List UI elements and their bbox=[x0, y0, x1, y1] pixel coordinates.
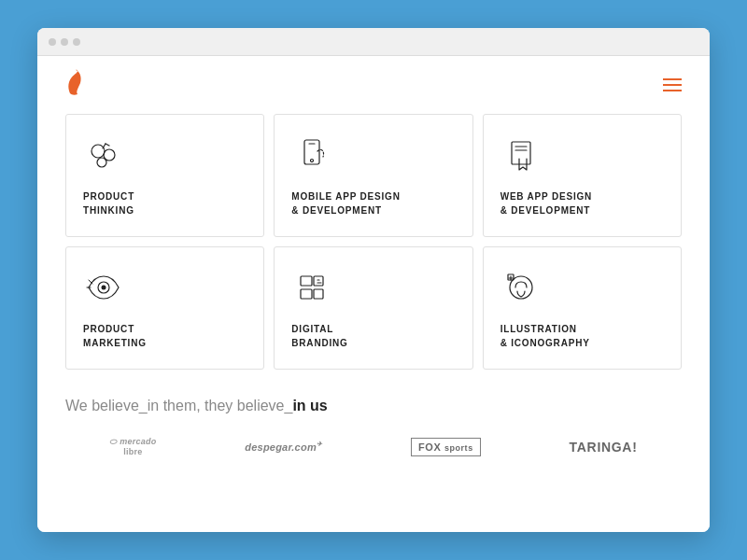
service-card-product-marketing[interactable]: PRODUCTMARKETING bbox=[65, 246, 264, 370]
client-mercado-libre: ⬭ mercado libre bbox=[109, 437, 156, 456]
svg-line-4 bbox=[106, 144, 109, 146]
service-label-digital-branding: DIGITALBRANDING bbox=[291, 322, 455, 350]
client-despegar: despegar.com✈ bbox=[245, 441, 322, 453]
branding-icon bbox=[291, 266, 455, 309]
service-label-product-marketing: PRODUCTMARKETING bbox=[83, 322, 247, 350]
service-label-product-thinking: PRODUCTTHINKING bbox=[83, 189, 247, 217]
client-taringa: TARINGA! bbox=[570, 440, 638, 455]
hamburger-menu[interactable] bbox=[663, 78, 682, 91]
browser-content: PRODUCTTHINKING MOBILE APP DESIGN& DEVEL… bbox=[37, 56, 710, 532]
service-card-web-app[interactable]: WEB APP DESIGN& DEVELOPMENT bbox=[483, 114, 682, 237]
svg-rect-16 bbox=[314, 289, 323, 299]
service-card-illustration[interactable]: ILLUSTRATION& ICONOGRAPHY bbox=[483, 246, 682, 370]
services-grid: PRODUCTTHINKING MOBILE APP DESIGN& DEVEL… bbox=[37, 114, 710, 388]
circles-icon bbox=[83, 133, 247, 176]
service-label-web-app: WEB APP DESIGN& DEVELOPMENT bbox=[500, 189, 664, 217]
service-card-digital-branding[interactable]: DIGITALBRANDING bbox=[274, 246, 472, 370]
browser-titlebar bbox=[37, 28, 710, 56]
svg-rect-13 bbox=[301, 276, 312, 286]
tagline-emphasis: in us bbox=[292, 398, 327, 413]
phone-icon bbox=[291, 133, 455, 176]
tagline-prefix: We believe_in them, they believe_ bbox=[65, 398, 292, 413]
svg-rect-14 bbox=[301, 289, 312, 299]
service-label-illustration: ILLUSTRATION& ICONOGRAPHY bbox=[500, 322, 664, 350]
tagline-text: We believe_in them, they believe_in us bbox=[65, 398, 682, 414]
dot-green bbox=[73, 38, 80, 46]
eye-icon bbox=[83, 266, 247, 309]
dot-yellow bbox=[61, 38, 68, 46]
service-card-product-thinking[interactable]: PRODUCTTHINKING bbox=[65, 114, 264, 237]
service-label-mobile-app: MOBILE APP DESIGN& DEVELOPMENT bbox=[291, 189, 455, 217]
svg-point-0 bbox=[92, 145, 105, 158]
tagline-section: We believe_in them, they believe_in us bbox=[37, 388, 710, 429]
browser-window: PRODUCTTHINKING MOBILE APP DESIGN& DEVEL… bbox=[37, 28, 710, 532]
hand-icon bbox=[500, 133, 664, 176]
clients-section: ⬭ mercado libre despegar.com✈ FOX sports… bbox=[37, 429, 710, 475]
svg-rect-8 bbox=[512, 142, 530, 164]
svg-point-2 bbox=[97, 158, 106, 167]
svg-point-12 bbox=[102, 286, 106, 290]
client-fox: FOX sports bbox=[411, 438, 481, 456]
browser-dots bbox=[49, 38, 80, 46]
svg-rect-15 bbox=[314, 276, 323, 286]
service-card-mobile-app[interactable]: MOBILE APP DESIGN& DEVELOPMENT bbox=[274, 114, 472, 237]
dot-red bbox=[49, 38, 56, 46]
illustration-icon bbox=[500, 266, 664, 309]
svg-point-7 bbox=[311, 160, 314, 162]
brand-logo[interactable] bbox=[65, 69, 86, 101]
navbar bbox=[37, 56, 710, 114]
